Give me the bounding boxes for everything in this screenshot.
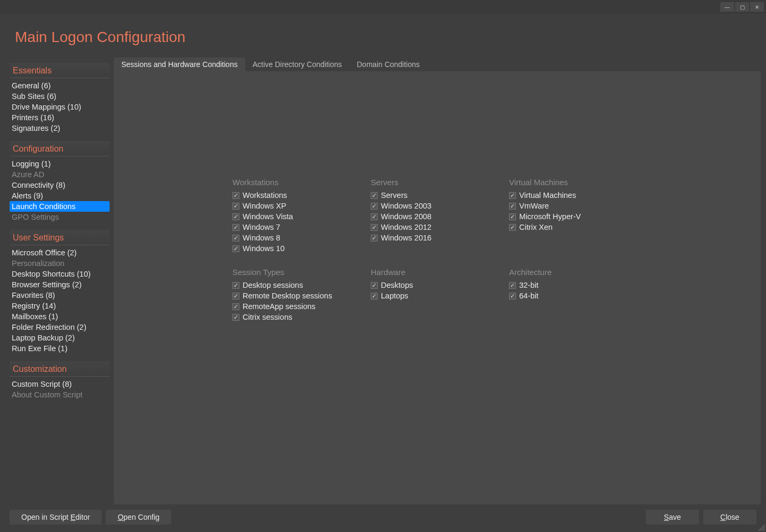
condition-group-title: Architecture (509, 268, 642, 277)
sidebar-item[interactable]: Mailboxes (1) (10, 311, 110, 322)
checkbox-row[interactable]: ✓RemoteApp sessions (232, 301, 365, 312)
checkbox-row[interactable]: ✓Workstations (232, 190, 365, 201)
checkbox-row[interactable]: ✓Windows 8 (232, 232, 365, 243)
sidebar-item[interactable]: GPO Settings (10, 212, 110, 222)
sidebar-item[interactable]: Logging (1) (10, 159, 110, 169)
tab[interactable]: Active Directory Conditions (245, 57, 349, 71)
sidebar-section-header: Essentials (10, 63, 110, 78)
checkbox-icon[interactable]: ✓ (509, 282, 516, 289)
sidebar-item[interactable]: Launch Conditions (10, 201, 110, 212)
checkbox-row[interactable]: ✓Windows 2003 (371, 201, 504, 211)
checkbox-icon[interactable]: ✓ (232, 293, 239, 300)
checkbox-row[interactable]: ✓Laptops (371, 290, 504, 301)
checkbox-icon[interactable]: ✓ (509, 224, 516, 231)
sidebar-item[interactable]: Microsoft Office (2) (10, 247, 110, 258)
checkbox-icon[interactable]: ✓ (232, 314, 239, 321)
save-button[interactable]: Save (646, 510, 699, 525)
checkbox-label: Windows XP (243, 202, 286, 210)
checkbox-row[interactable]: ✓Windows 7 (232, 222, 365, 232)
sidebar-item[interactable]: Favorites (8) (10, 290, 110, 301)
checkbox-row[interactable]: ✓Windows XP (232, 201, 365, 211)
sidebar-item[interactable]: Signatures (2) (10, 123, 110, 134)
checkbox-icon[interactable]: ✓ (371, 213, 378, 220)
sidebar-item[interactable]: Connectivity (8) (10, 180, 110, 190)
sidebar-item[interactable]: Folder Redirection (2) (10, 322, 110, 332)
sidebar-item[interactable]: Custom Script (8) (10, 379, 110, 389)
checkbox-icon[interactable]: ✓ (232, 192, 239, 199)
checkbox-label: Microsoft Hyper-V (519, 212, 581, 221)
sidebar-item[interactable]: Run Exe File (1) (10, 343, 110, 354)
sidebar-item[interactable]: Azure AD (10, 169, 110, 180)
close-window-button[interactable]: ✕ (750, 2, 764, 12)
sidebar-item[interactable]: Drive Mappings (10) (10, 102, 110, 112)
sidebar-item[interactable]: Personalization (10, 258, 110, 269)
sidebar-item[interactable]: Registry (14) (10, 301, 110, 311)
checkbox-row[interactable]: ✓Desktop sessions (232, 280, 365, 290)
checkbox-icon[interactable]: ✓ (232, 213, 239, 220)
checkbox-row[interactable]: ✓Windows Vista (232, 211, 365, 222)
open-script-editor-button[interactable]: Open in Script Editor (10, 510, 102, 525)
close-button[interactable]: Close (703, 510, 756, 525)
main-row: EssentialsGeneral (6)Sub Sites (6)Drive … (0, 56, 766, 504)
close-icon: ✕ (755, 4, 759, 10)
checkbox-label: Windows 8 (243, 234, 280, 242)
sidebar-item[interactable]: Sub Sites (6) (10, 91, 110, 102)
checkbox-row[interactable]: ✓64-bit (509, 290, 642, 301)
checkbox-row[interactable]: ✓Desktops (371, 280, 504, 290)
checkbox-label: Desktop sessions (243, 281, 303, 289)
checkbox-icon[interactable]: ✓ (232, 224, 239, 231)
checkbox-row[interactable]: ✓Microsoft Hyper-V (509, 211, 642, 222)
open-config-button[interactable]: Open Config (106, 510, 171, 525)
checkbox-row[interactable]: ✓Windows 2016 (371, 232, 504, 243)
sidebar-item[interactable]: Printers (16) (10, 112, 110, 123)
sidebar-item[interactable]: Alerts (9) (10, 190, 110, 201)
checkbox-row[interactable]: ✓Citrix Xen (509, 222, 642, 232)
checkbox-row[interactable]: ✓Citrix sessions (232, 312, 365, 322)
checkbox-icon[interactable]: ✓ (371, 235, 378, 242)
checkbox-label: Virtual Machines (519, 191, 576, 200)
condition-group-title: Hardware (371, 268, 504, 277)
minimize-button[interactable]: — (720, 2, 734, 12)
checkbox-label: Citrix Xen (519, 223, 553, 231)
checkbox-icon[interactable]: ✓ (232, 245, 239, 252)
checkbox-icon[interactable]: ✓ (232, 282, 239, 289)
condition-group-title: Servers (371, 178, 504, 187)
checkbox-row[interactable]: ✓VmWare (509, 201, 642, 211)
sidebar-item[interactable]: Browser Settings (2) (10, 279, 110, 290)
checkbox-icon[interactable]: ✓ (509, 293, 516, 300)
footer: Open in Script Editor Open Config Save C… (0, 504, 766, 532)
sidebar-item[interactable]: Laptop Backup (2) (10, 332, 110, 343)
page-title: Main Logon Configuration (15, 29, 751, 46)
checkbox-icon[interactable]: ✓ (371, 203, 378, 210)
sidebar-item[interactable]: Desktop Shortcuts (10) (10, 269, 110, 279)
checkbox-row[interactable]: ✓Remote Desktop sessions (232, 290, 365, 301)
checkbox-label: 64-bit (519, 292, 538, 300)
checkbox-icon[interactable]: ✓ (509, 192, 516, 199)
checkbox-icon[interactable]: ✓ (371, 224, 378, 231)
condition-group: Workstations✓Workstations✓Windows XP✓Win… (232, 178, 365, 254)
checkbox-icon[interactable]: ✓ (371, 293, 378, 300)
condition-group-title: Session Types (232, 268, 365, 277)
checkbox-icon[interactable]: ✓ (371, 282, 378, 289)
checkbox-row[interactable]: ✓Windows 10 (232, 243, 365, 254)
checkbox-row[interactable]: ✓Windows 2012 (371, 222, 504, 232)
checkbox-icon[interactable]: ✓ (509, 213, 516, 220)
sidebar-item[interactable]: About Custom Script (10, 389, 110, 400)
checkbox-row[interactable]: ✓Windows 2008 (371, 211, 504, 222)
condition-group: Session Types✓Desktop sessions✓Remote De… (232, 268, 365, 322)
tab[interactable]: Sessions and Hardware Conditions (114, 57, 245, 71)
checkbox-row[interactable]: ✓Virtual Machines (509, 190, 642, 201)
checkbox-row[interactable]: ✓Servers (371, 190, 504, 201)
sidebar-item[interactable]: General (6) (10, 80, 110, 91)
window: — ▢ ✕ Main Logon Configuration Essential… (0, 0, 766, 532)
checkbox-icon[interactable]: ✓ (509, 203, 516, 210)
checkbox-row[interactable]: ✓32-bit (509, 280, 642, 290)
condition-group-title: Virtual Machines (509, 178, 642, 187)
checkbox-icon[interactable]: ✓ (232, 235, 239, 242)
checkbox-icon[interactable]: ✓ (371, 192, 378, 199)
checkbox-icon[interactable]: ✓ (232, 203, 239, 210)
tab[interactable]: Domain Conditions (349, 57, 427, 71)
checkbox-icon[interactable]: ✓ (232, 303, 239, 310)
checkbox-label: RemoteApp sessions (243, 302, 315, 311)
maximize-button[interactable]: ▢ (735, 2, 749, 12)
